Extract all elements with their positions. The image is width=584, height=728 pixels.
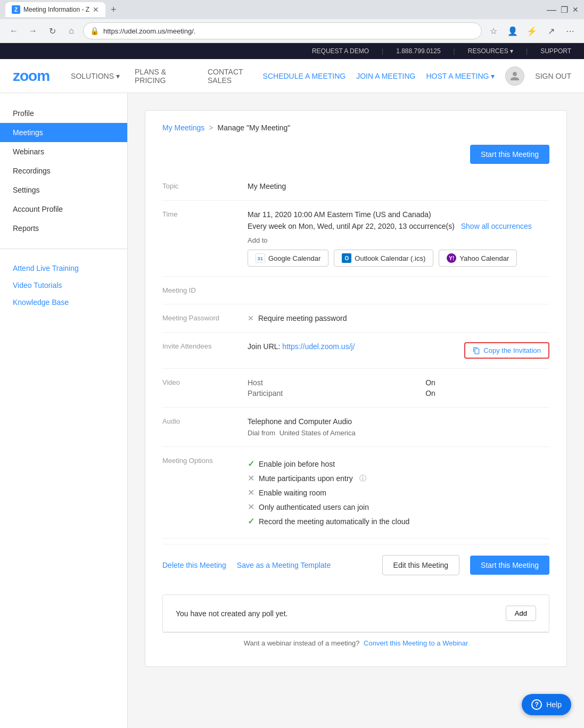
tab-favicon: Z [12, 5, 20, 14]
options-value: ✓ Enable join before host ✕ Mute partici… [248, 447, 549, 539]
video-row: Video Host On Participant On [162, 369, 549, 408]
join-meeting-link[interactable]: JOIN A MEETING [356, 72, 415, 80]
knowledge-base-link[interactable]: Knowledge Base [0, 294, 127, 311]
zoom-logo[interactable]: zoom [13, 68, 50, 85]
info-icon-2: ⓘ [359, 474, 366, 483]
options-row: Meeting Options ✓ Enable join before hos… [162, 447, 549, 539]
meeting-id-row: Meeting ID [162, 277, 549, 304]
calendar-buttons: 31 Google Calendar O Outlook Calendar (.… [248, 250, 549, 267]
invite-content: Join URL: https://udel.zoom.us/j/ Copy t… [248, 342, 549, 359]
google-calendar-btn[interactable]: 31 Google Calendar [248, 250, 328, 267]
convert-webinar-link[interactable]: Convert this Meeting to a Webinar [364, 639, 468, 647]
help-circle-icon: ? [531, 699, 542, 710]
add-to-row: Add to 31 Google Calendar O [248, 236, 549, 267]
invite-label: Invite Attendees [162, 333, 248, 369]
help-btn[interactable]: ? Help [522, 694, 571, 715]
share-icon[interactable]: ↗ [544, 23, 558, 38]
url-display: https://udel.zoom.us/meeting/. [103, 27, 475, 35]
sidebar-item-account-profile[interactable]: Account Profile [0, 200, 127, 219]
cross-icon-3: ✕ [248, 487, 254, 498]
action-bar: Delete this Meeting Save as a Meeting Te… [162, 544, 549, 586]
audio-value: Telephone and Computer Audio Dial from U… [248, 408, 549, 447]
bookmark-icon[interactable]: ☆ [486, 23, 501, 38]
show-all-occurrences-link[interactable]: Show all occurrences [461, 222, 532, 230]
restore-btn[interactable]: ❐ [561, 5, 568, 15]
schedule-meeting-link[interactable]: SCHEDULE A MEETING [263, 72, 346, 80]
time-value: Mar 11, 2020 10:00 AM Eastern Time (US a… [248, 201, 549, 277]
host-value: On [425, 378, 549, 387]
nav-plans[interactable]: PLANS & PRICING [135, 68, 193, 85]
poll-section: You have not created any poll yet. Add [162, 594, 549, 632]
browser-chrome: Z Meeting Information - Z ✕ + — ❐ ✕ ← → … [0, 0, 584, 43]
request-demo-link[interactable]: REQUEST A DEMO [312, 47, 369, 55]
sidebar-item-meetings[interactable]: Meetings [0, 123, 127, 142]
start-meeting-btn-top[interactable]: Start this Meeting [470, 145, 549, 164]
browser-nav: ← → ↻ ⌂ 🔒 https://udel.zoom.us/meeting/.… [0, 19, 584, 43]
sidebar-item-profile[interactable]: Profile [0, 104, 127, 123]
option-mute-participants: ✕ Mute participants upon entry ⓘ [248, 471, 549, 485]
recurrence-row: Every week on Mon, Wed, until Apr 22, 20… [248, 222, 549, 230]
start-meeting-btn-bottom[interactable]: Start this Meeting [470, 556, 549, 575]
google-calendar-icon: 31 [256, 253, 265, 263]
browser-titlebar: Z Meeting Information - Z ✕ + — ❐ ✕ [0, 0, 584, 19]
outlook-calendar-btn[interactable]: O Outlook Calendar (.ics) [334, 250, 433, 267]
video-tutorials-link[interactable]: Video Tutorials [0, 277, 127, 294]
home-btn[interactable]: ⌂ [64, 23, 79, 38]
sidebar-item-settings[interactable]: Settings [0, 180, 127, 200]
host-meeting-link[interactable]: HOST A MEETING ▾ [426, 72, 495, 80]
page-layout: Profile Meetings Webinars Recordings Set… [0, 93, 584, 728]
breadcrumb-parent[interactable]: My Meetings [162, 123, 204, 132]
option-text-5: Record the meeting automatically in the … [259, 517, 409, 526]
phone-link[interactable]: 1.888.799.0125 [396, 47, 440, 55]
refresh-btn[interactable]: ↻ [45, 23, 60, 38]
close-btn[interactable]: ✕ [572, 5, 579, 14]
join-url-link[interactable]: https://udel.zoom.us/j/ [282, 342, 355, 351]
add-poll-btn[interactable]: Add [506, 606, 536, 621]
forward-btn[interactable]: → [26, 23, 40, 38]
sidebar-item-recordings[interactable]: Recordings [0, 161, 127, 180]
option-record-cloud: ✓ Record the meeting automatically in th… [248, 514, 549, 528]
participant-value: On [425, 389, 549, 398]
host-arrow-icon: ▾ [491, 72, 495, 80]
copy-invitation-btn[interactable]: Copy the Invitation [464, 342, 549, 359]
breadcrumb-current: Manage "My Meeting" [218, 123, 291, 132]
sidebar-item-reports[interactable]: Reports [0, 219, 127, 238]
yahoo-calendar-btn[interactable]: Y! Yahoo Calendar [439, 250, 517, 267]
password-row: Meeting Password ✕ Require meeting passw… [162, 304, 549, 333]
sidebar-item-webinars[interactable]: Webinars [0, 142, 127, 161]
nav-contact-sales[interactable]: CONTACT SALES [208, 68, 263, 85]
save-template-btn[interactable]: Save as a Meeting Template [237, 556, 331, 575]
header-nav: SOLUTIONS ▾ PLANS & PRICING CONTACT SALE… [71, 68, 262, 85]
password-cross-icon: ✕ [248, 314, 254, 322]
tab-close-icon[interactable]: ✕ [93, 5, 99, 14]
participant-label: Participant [248, 389, 404, 398]
new-tab-btn[interactable]: + [105, 1, 122, 19]
topic-value: My Meeting [248, 172, 549, 201]
minimize-btn[interactable]: — [547, 4, 556, 15]
back-btn[interactable]: ← [6, 23, 21, 38]
options-label: Meeting Options [162, 447, 248, 539]
outlook-calendar-icon: O [342, 253, 351, 263]
audio-label: Audio [162, 408, 248, 447]
support-link[interactable]: SUPPORT [540, 47, 571, 55]
sidebar-divider [0, 249, 127, 249]
attend-live-training-link[interactable]: Attend Live Training [0, 260, 127, 277]
nav-solutions[interactable]: SOLUTIONS ▾ [71, 72, 120, 80]
sign-out-link[interactable]: SIGN OUT [535, 72, 571, 80]
user-avatar[interactable] [505, 67, 524, 86]
edit-meeting-btn[interactable]: Edit this Meeting [382, 555, 460, 575]
sidebar: Profile Meetings Webinars Recordings Set… [0, 93, 128, 728]
more-icon[interactable]: ⋯ [563, 23, 578, 38]
resources-link[interactable]: RESOURCES ▾ [468, 47, 513, 55]
host-label: Host [248, 378, 404, 387]
profile-icon[interactable]: 👤 [505, 23, 520, 38]
extensions-icon[interactable]: ⚡ [524, 23, 539, 38]
browser-tab[interactable]: Z Meeting Information - Z ✕ [5, 2, 105, 17]
option-authenticated-users: ✕ Only authenticated users can join [248, 500, 549, 514]
time-row: Time Mar 11, 2020 10:00 AM Eastern Time … [162, 201, 549, 277]
video-value: Host On Participant On [248, 369, 549, 408]
dial-from-row: Dial from United States of America [248, 429, 549, 437]
address-bar[interactable]: 🔒 https://udel.zoom.us/meeting/. [83, 22, 482, 39]
delete-meeting-btn[interactable]: Delete this Meeting [162, 556, 226, 575]
cross-icon-4: ✕ [248, 502, 254, 512]
